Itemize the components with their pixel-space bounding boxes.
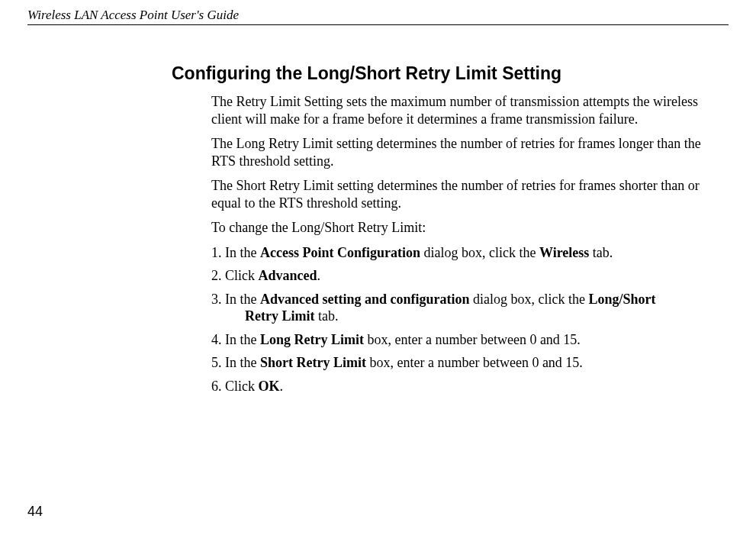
text-bold: Short Retry Limit: [260, 355, 366, 370]
text-plain: box, enter a number between 0 and 15.: [366, 355, 583, 370]
text-plain: In the: [225, 332, 260, 347]
text-bold: Retry Limit: [245, 308, 314, 324]
step-6: Click OK.: [211, 378, 729, 395]
text-bold: Wireless: [539, 245, 589, 260]
text-bold: Advanced setting and configuration: [260, 292, 470, 307]
step-1: In the Access Point Configuration dialog…: [211, 244, 729, 262]
text-plain: Click: [225, 268, 259, 283]
text-bold: OK: [259, 379, 280, 394]
text-plain: Click: [225, 379, 259, 394]
page-number: 44: [27, 504, 43, 520]
text-plain: In the: [225, 245, 260, 260]
paragraph-intro: The Retry Limit Setting sets the maximum…: [211, 93, 729, 127]
step-4: In the Long Retry Limit box, enter a num…: [211, 331, 729, 349]
step-2: Click Advanced.: [211, 267, 729, 285]
body-content: The Retry Limit Setting sets the maximum…: [211, 93, 729, 395]
text-plain: In the: [225, 292, 260, 307]
text-plain: tab.: [314, 308, 338, 324]
step-3-line2: Retry Limit tab.: [228, 308, 729, 325]
header-divider: [27, 24, 729, 25]
text-plain: In the: [225, 355, 260, 370]
paragraph-short-retry: The Short Retry Limit setting determines…: [211, 177, 729, 211]
text-bold: Advanced: [259, 268, 317, 283]
steps-list: In the Access Point Configuration dialog…: [211, 244, 729, 395]
text-plain: dialog box, click the: [420, 245, 539, 260]
step-5: In the Short Retry Limit box, enter a nu…: [211, 354, 729, 372]
text-bold: Long/Short: [588, 292, 655, 307]
book-title-header: Wireless LAN Access Point User's Guide: [0, 0, 756, 24]
text-plain: dialog box, click the: [470, 292, 589, 307]
text-bold: Access Point Configuration: [260, 245, 420, 260]
paragraph-long-retry: The Long Retry Limit setting determines …: [211, 135, 729, 169]
paragraph-instruction: To change the Long/Short Retry Limit:: [211, 219, 729, 237]
section-title: Configuring the Long/Short Retry Limit S…: [172, 63, 756, 84]
text-plain: tab.: [589, 245, 613, 260]
step-3: In the Advanced setting and configuratio…: [211, 291, 729, 325]
text-plain: .: [317, 268, 321, 283]
text-bold: Long Retry Limit: [260, 332, 364, 347]
text-plain: .: [280, 379, 284, 394]
text-plain: box, enter a number between 0 and 15.: [364, 332, 581, 347]
